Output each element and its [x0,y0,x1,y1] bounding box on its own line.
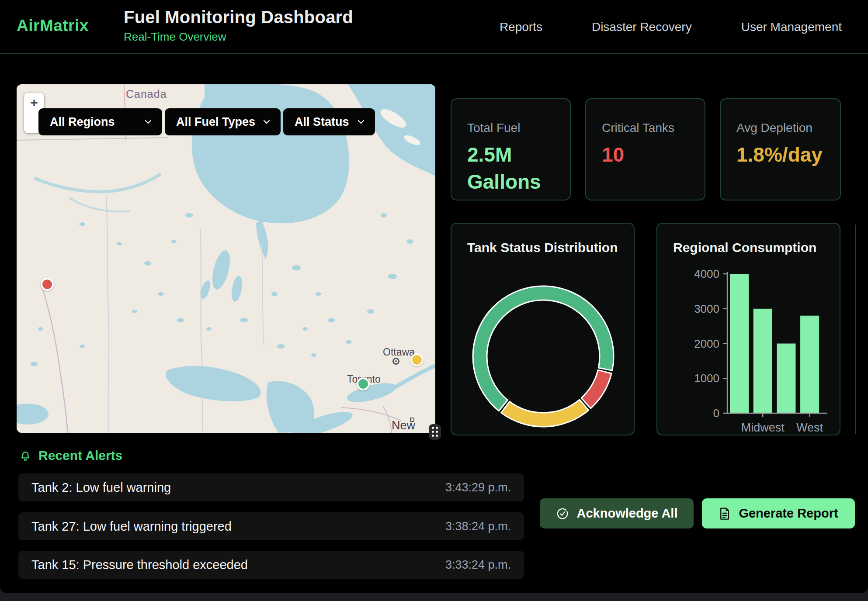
ottawa-town-symbol [392,358,399,365]
tank-marker-normal[interactable] [357,377,370,390]
alert-time: 3:43:29 p.m. [445,481,511,494]
map-label-canada: Canada [126,88,167,100]
brand-logo: AirMatrix [17,17,89,35]
nav-disaster-recovery[interactable]: Disaster Recovery [592,20,692,34]
scrollbar-thumb[interactable] [855,225,856,434]
status-filter-select[interactable]: All Status [283,108,375,135]
nav-reports[interactable]: Reports [500,20,542,34]
alert-message: Tank 15: Pressure threshold exceeded [31,558,248,572]
status-filter-value: All Status [295,115,349,129]
nav-user-management[interactable]: User Management [741,20,842,34]
region-filter-select[interactable]: All Regions [38,108,162,135]
acknowledge-all-label: Acknowledge All [577,506,678,521]
main-nav: Reports Disaster Recovery User Managemen… [500,0,842,54]
tank-marker-warning[interactable] [410,353,424,366]
stat-value: 10 [602,141,689,168]
regional-consumption-card: Regional Consumption 01000200030004000Mi… [656,223,840,435]
stat-value: 1.8%/day [736,141,824,168]
new-york-town-symbol [410,418,414,422]
tank-status-donut-chart [451,224,635,435]
page-title: Fuel Monitoring Dashboard [124,7,353,27]
alert-message: Tank 27: Low fuel warning triggered [31,519,232,534]
svg-text:2000: 2000 [694,337,719,350]
donut-chart-title: Tank Status Distribution [467,240,618,255]
svg-text:Midwest: Midwest [741,421,785,434]
dashboard-surface: AirMatrix Fuel Monitoring Dashboard Real… [0,0,868,593]
chevron-down-icon [358,118,365,125]
alert-time: 3:38:24 p.m. [445,520,511,533]
map-label-ottawa: Ottawa [383,346,415,358]
svg-text:West: West [796,421,823,434]
svg-text:0: 0 [713,407,719,420]
chevron-down-icon [263,118,270,125]
generate-report-label: Generate Report [739,506,838,521]
alert-row[interactable]: Tank 27: Low fuel warning triggered 3:38… [18,512,524,540]
svg-text:3000: 3000 [694,302,719,315]
fuel-map[interactable]: Canada Ottawa Toronto New York + All Reg… [17,84,435,433]
fuel-monitoring-dashboard: AirMatrix Fuel Monitoring Dashboard Real… [0,0,868,601]
alert-time: 3:33:24 p.m. [445,558,511,572]
alert-row[interactable]: Tank 2: Low fuel warning 3:43:29 p.m. [18,473,524,501]
chevron-down-icon [145,118,152,125]
generate-report-button[interactable]: Generate Report [702,498,855,528]
tank-status-distribution-card: Tank Status Distribution [451,223,635,435]
svg-text:1000: 1000 [694,372,719,385]
regional-consumption-bar-chart: 01000200030004000MidwestWest [657,224,841,435]
fuel-type-filter-value: All Fuel Types [176,115,255,129]
page-subtitle: Real-Time Overview [124,30,353,44]
alert-message: Tank 2: Low fuel warning [31,480,171,495]
tank-marker-critical[interactable] [41,278,54,291]
bar-chart-title: Regional Consumption [673,240,816,255]
stat-label: Critical Tanks [602,121,705,135]
map-resize-handle[interactable] [429,424,441,440]
stat-value: 2.5M Gallons [467,141,555,195]
bell-icon [18,449,32,463]
svg-text:4000: 4000 [694,267,719,280]
stat-label: Avg Depletion [736,121,840,135]
document-icon [719,507,731,520]
region-filter-value: All Regions [50,115,115,129]
stat-label: Total Fuel [467,121,570,135]
recent-alerts-heading: Recent Alerts [18,448,122,463]
stat-card-critical-tanks: Critical Tanks 10 [585,98,705,200]
stat-card-avg-depletion: Avg Depletion 1.8%/day [720,98,841,200]
title-block: Fuel Monitoring Dashboard Real-Time Over… [124,7,353,44]
fuel-type-filter-select[interactable]: All Fuel Types [165,108,281,135]
acknowledge-all-button[interactable]: Acknowledge All [540,498,694,528]
alert-row[interactable]: Tank 15: Pressure threshold exceeded 3:3… [18,551,524,579]
stat-card-total-fuel: Total Fuel 2.5M Gallons [451,98,571,200]
header: AirMatrix Fuel Monitoring Dashboard Real… [0,0,868,54]
check-circle-icon [556,507,569,520]
recent-alerts-title: Recent Alerts [38,448,122,463]
map-filters: All Regions All Fuel Types All Status [38,108,375,135]
